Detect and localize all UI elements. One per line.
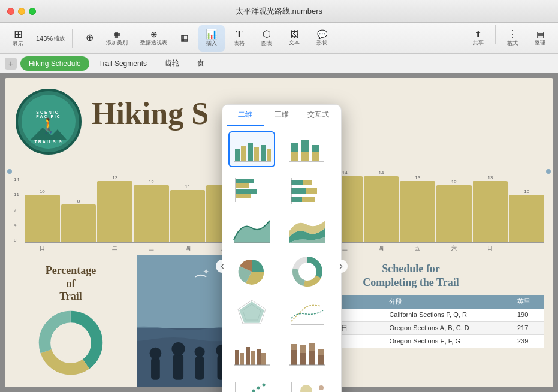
svg-marker-0 xyxy=(31,128,67,140)
svg-rect-66 xyxy=(309,343,315,351)
toolbar-pivot[interactable]: ▦ 添加类别 xyxy=(104,25,130,52)
pie-section: PercentageofTrail xyxy=(5,255,137,387)
row3-segment: Oregon Sections E, F, G xyxy=(385,334,514,348)
toolbar-right: ⬆ 共享 ⋮ 格式 ▤ 整理 xyxy=(465,25,553,52)
toolbar-chart[interactable]: 📊 插入 xyxy=(198,25,225,52)
svg-point-79 xyxy=(300,385,312,392)
svg-rect-63 xyxy=(300,353,306,365)
bar-10: 14 xyxy=(364,170,399,242)
svg-point-73 xyxy=(252,390,255,393)
svg-rect-62 xyxy=(291,344,297,350)
row1-miles: 190 xyxy=(514,309,544,322)
popup-tab-2d[interactable]: 二维 xyxy=(227,105,264,126)
toolbar-shape[interactable]: ⬡ 图表 xyxy=(254,25,280,52)
toolbar-share[interactable]: ⬆ 共享 xyxy=(465,25,491,52)
svg-point-75 xyxy=(263,384,266,387)
tab-food[interactable]: 食 xyxy=(189,56,213,71)
row2-miles: 217 xyxy=(514,321,544,334)
svg-rect-10 xyxy=(173,354,183,380)
bar-3: 13 xyxy=(97,175,132,242)
toolbar-media[interactable]: 🖼 文本 xyxy=(281,25,307,52)
tab-hiking-schedule[interactable]: Hiking Schedule xyxy=(20,56,89,71)
svg-rect-64 xyxy=(300,345,306,353)
toolbar-format[interactable]: ⋮ 格式 xyxy=(499,25,526,52)
toolbar-view[interactable]: ⊞ 显示 xyxy=(5,25,31,52)
y-label-14: 14 xyxy=(14,177,19,182)
toolbar-comment[interactable]: 💬 形状 xyxy=(309,25,335,52)
x-label-12: 六 xyxy=(436,245,472,252)
svg-rect-68 xyxy=(318,349,324,355)
svg-rect-56 xyxy=(246,347,250,365)
popup-tab-3d[interactable]: 三维 xyxy=(264,105,300,126)
bar-11: 13 xyxy=(400,175,435,242)
bird-icon: ✦ xyxy=(203,267,210,276)
chart-type-scatter-dots[interactable] xyxy=(228,376,275,392)
chart-type-bar-grouped[interactable] xyxy=(228,131,275,167)
minimize-button[interactable] xyxy=(18,8,25,15)
svg-point-74 xyxy=(257,387,260,390)
chart-type-donut[interactable] xyxy=(284,254,331,290)
svg-rect-32 xyxy=(236,179,254,183)
logo-circle: SCENICPACIFIC 🚶 TRAILS 9 xyxy=(16,89,82,155)
svg-rect-58 xyxy=(257,349,261,365)
chart-type-bar-colored-1[interactable] xyxy=(228,335,275,371)
chart-type-area[interactable] xyxy=(228,213,275,249)
x-label-14: 一 xyxy=(509,245,544,252)
chart-type-bar-horiz-stacked[interactable] xyxy=(284,172,331,208)
bar-2: 8 xyxy=(61,198,96,242)
svg-rect-8 xyxy=(151,358,160,380)
chart-type-radar[interactable] xyxy=(228,294,275,330)
chart-type-popup: 二维 三维 交互式 xyxy=(222,104,342,392)
tab-gear[interactable]: 齿轮 xyxy=(156,56,188,71)
svg-rect-27 xyxy=(301,140,309,152)
toolbar-view-label: 显示 xyxy=(13,40,23,48)
popup-nav-right[interactable]: › xyxy=(334,260,348,273)
svg-rect-33 xyxy=(236,183,249,188)
col-header-miles: 英里 xyxy=(514,295,544,309)
table-icon: ▦ xyxy=(180,34,188,42)
toolbar-comment-label: 形状 xyxy=(316,39,327,47)
toolbar-shape-label: 图表 xyxy=(261,40,272,47)
format-icon: ⋮ xyxy=(508,29,517,39)
popup-nav-left[interactable]: ‹ xyxy=(216,260,229,273)
svg-rect-54 xyxy=(235,350,239,365)
row1-segment: California Sections P, Q, R xyxy=(385,309,514,322)
svg-rect-61 xyxy=(291,350,297,365)
svg-point-81 xyxy=(319,385,324,390)
x-label-13: 日 xyxy=(473,245,508,252)
toolbar-pivot-label: 添加类别 xyxy=(106,39,128,47)
svg-rect-18 xyxy=(235,149,240,161)
chart-type-bar-colored-2[interactable] xyxy=(284,335,331,371)
chart-type-bar-stacked[interactable] xyxy=(284,131,331,167)
chart-type-pie[interactable] xyxy=(228,254,275,290)
svg-rect-38 xyxy=(303,180,312,185)
toolbar: ⊞ 显示 143% 缩放 ⊕ ▦ 添加类别 ⊕ 数据透视表 ▦ 📊 插入 T 表… xyxy=(0,23,558,54)
toolbar-share-label: 共享 xyxy=(473,39,484,47)
chart-type-scatter-line[interactable] xyxy=(284,294,331,330)
chart-type-bubble[interactable] xyxy=(284,376,331,392)
toolbar-sep-3 xyxy=(495,25,496,44)
toolbar-organize[interactable]: ▤ 整理 xyxy=(527,25,553,52)
svg-rect-42 xyxy=(302,197,315,202)
tab-add-button[interactable]: + xyxy=(5,58,17,70)
toolbar-add-category[interactable]: ⊕ xyxy=(76,25,102,52)
toolbar-text[interactable]: T 表格 xyxy=(226,25,252,52)
chart-type-bar-horiz-grouped[interactable] xyxy=(228,172,275,208)
toolbar-insert[interactable]: ⊕ 数据透视表 xyxy=(138,25,170,52)
maximize-button[interactable] xyxy=(29,8,36,15)
comment-icon: 💬 xyxy=(317,30,327,38)
tab-trail-segments[interactable]: Trail Segments xyxy=(91,56,155,71)
toolbar-table[interactable]: ▦ xyxy=(171,25,197,52)
media-icon: 🖼 xyxy=(290,30,298,38)
x-label-11: 五 xyxy=(400,245,435,252)
popup-tab-interactive[interactable]: 交互式 xyxy=(300,105,336,126)
donut-chart xyxy=(35,308,107,378)
svg-rect-55 xyxy=(240,353,244,365)
chart-type-area-stacked[interactable] xyxy=(284,213,331,249)
toolbar-zoom[interactable]: 143% 缩放 xyxy=(32,25,68,52)
organize-icon: ▤ xyxy=(536,30,544,38)
toolbar-insert-label: 数据透视表 xyxy=(140,39,167,47)
col-header-segment: 分段 xyxy=(385,295,514,309)
y-axis: 14 11 7 4 0 xyxy=(14,177,19,243)
close-button[interactable] xyxy=(7,8,14,15)
